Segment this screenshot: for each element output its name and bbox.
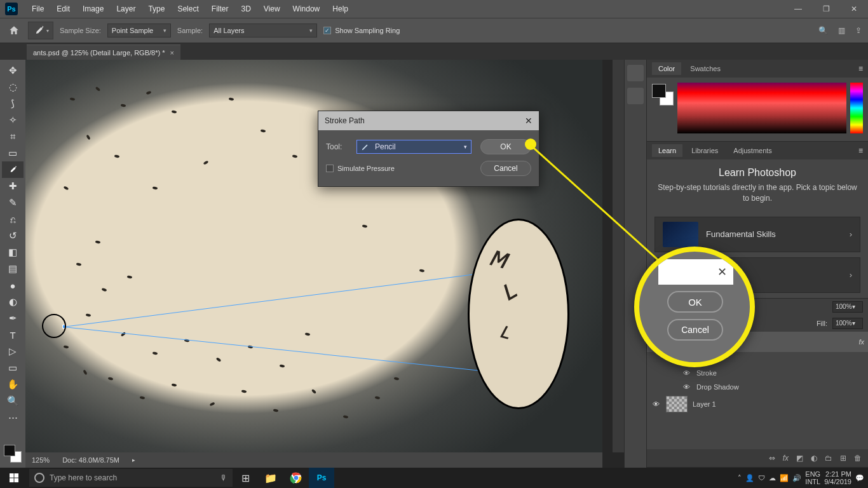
- lasso-tool-icon[interactable]: ⟆: [2, 95, 24, 112]
- panel-menu-icon[interactable]: ≡: [858, 64, 863, 73]
- pen-tool-icon[interactable]: ✒: [2, 310, 24, 327]
- mic-icon[interactable]: 🎙: [220, 473, 227, 482]
- layer-effect-drop-shadow[interactable]: 👁 Drop Shadow: [647, 380, 868, 394]
- brush-tool-icon[interactable]: ✎: [2, 194, 24, 211]
- sample-size-dropdown[interactable]: Point Sample▾: [107, 24, 171, 37]
- zoom-level[interactable]: 125%: [32, 456, 50, 464]
- dodge-tool-icon[interactable]: ◐: [2, 294, 24, 310]
- spot-heal-tool-icon[interactable]: ✚: [2, 178, 24, 194]
- workspace-icon[interactable]: ▥: [838, 26, 845, 35]
- tab-libraries[interactable]: Libraries: [685, 144, 724, 157]
- menu-edit[interactable]: Edit: [50, 4, 76, 13]
- quick-select-tool-icon[interactable]: ✧: [2, 112, 24, 128]
- menu-3d[interactable]: 3D: [234, 4, 257, 13]
- menu-type[interactable]: Type: [142, 4, 171, 13]
- menu-image[interactable]: Image: [76, 4, 110, 13]
- tray-cloud-icon[interactable]: ☁: [769, 474, 776, 482]
- visibility-toggle-icon[interactable]: 👁: [651, 400, 661, 408]
- ok-button[interactable]: OK: [480, 139, 531, 154]
- tray-security-icon[interactable]: 🛡: [758, 474, 765, 482]
- delete-layer-icon[interactable]: 🗑: [854, 454, 862, 463]
- tab-color[interactable]: Color: [652, 62, 681, 75]
- group-icon[interactable]: 🗀: [825, 454, 832, 463]
- tray-up-icon[interactable]: ˄: [738, 474, 742, 482]
- opacity-field[interactable]: 100% ▾: [832, 301, 863, 313]
- move-tool-icon[interactable]: ✥: [2, 62, 24, 79]
- menu-view[interactable]: View: [257, 4, 287, 13]
- layer-style-icon[interactable]: fx: [783, 454, 789, 463]
- start-button[interactable]: [0, 468, 28, 488]
- photoshop-taskbar-icon[interactable]: Ps: [309, 468, 334, 488]
- panel-menu-icon[interactable]: ≡: [858, 146, 863, 155]
- chrome-icon[interactable]: [283, 468, 309, 488]
- dialog-titlebar[interactable]: Stroke Path ✕: [318, 111, 539, 130]
- layer-row-layer1[interactable]: 👁 Layer 1: [647, 394, 868, 414]
- tab-adjustments[interactable]: Adjustments: [727, 144, 778, 157]
- search-icon[interactable]: 🔍: [818, 26, 828, 35]
- gradient-tool-icon[interactable]: ▤: [2, 261, 24, 277]
- history-brush-tool-icon[interactable]: ↺: [2, 227, 24, 244]
- status-chevron-icon[interactable]: ▸: [132, 457, 135, 463]
- frame-tool-icon[interactable]: ▭: [2, 145, 24, 161]
- menu-select[interactable]: Select: [171, 4, 205, 13]
- tray-notifications-icon[interactable]: 💬: [855, 474, 864, 482]
- tab-learn[interactable]: Learn: [652, 144, 682, 157]
- color-swatch[interactable]: [4, 445, 22, 463]
- eyedropper-tool-icon[interactable]: [2, 161, 24, 178]
- show-sampling-ring-checkbox[interactable]: ✓Show Sampling Ring: [323, 27, 400, 34]
- tray-clock[interactable]: 2:21 PM9/4/2019: [824, 470, 851, 485]
- collapsed-panel-icon[interactable]: [627, 65, 644, 81]
- clone-stamp-tool-icon[interactable]: ⎌: [2, 211, 24, 227]
- window-restore-icon[interactable]: ❐: [812, 0, 840, 18]
- menu-file[interactable]: File: [25, 4, 50, 13]
- color-fg-bg-swatch[interactable]: [652, 84, 674, 105]
- tool-dropdown[interactable]: Pencil ▾: [356, 140, 471, 154]
- menu-filter[interactable]: Filter: [205, 4, 235, 13]
- tray-sound-icon[interactable]: 🔊: [792, 474, 801, 482]
- menu-layer[interactable]: Layer: [110, 4, 142, 13]
- tray-network-icon[interactable]: 📶: [780, 474, 789, 482]
- vertical-scrollbar[interactable]: [613, 60, 624, 452]
- close-tab-icon[interactable]: ×: [170, 49, 173, 57]
- menu-help[interactable]: Help: [326, 4, 355, 13]
- layer-mask-icon[interactable]: ◩: [796, 454, 803, 463]
- home-icon[interactable]: [6, 23, 22, 38]
- adjustment-layer-icon[interactable]: ◐: [811, 454, 817, 463]
- share-icon[interactable]: ⇪: [855, 26, 862, 35]
- collapsed-panel-icon[interactable]: [627, 88, 644, 104]
- current-tool-eyedropper-icon[interactable]: ▾: [28, 22, 53, 39]
- layer-effect-stroke[interactable]: 👁 Stroke: [647, 366, 868, 380]
- dialog-close-icon[interactable]: ✕: [525, 116, 532, 126]
- blur-tool-icon[interactable]: ●: [2, 277, 24, 294]
- color-ramp[interactable]: [677, 83, 846, 133]
- window-minimize-icon[interactable]: —: [784, 0, 812, 18]
- window-close-icon[interactable]: ✕: [840, 0, 868, 18]
- crop-tool-icon[interactable]: ⌗: [2, 128, 24, 145]
- visibility-toggle-icon[interactable]: 👁: [681, 369, 691, 377]
- document-tab[interactable]: ants.psd @ 125% (Detail Large, RGB/8*) *…: [27, 44, 180, 60]
- edit-toolbar-icon[interactable]: ⋯: [2, 409, 24, 426]
- cancel-button[interactable]: Cancel: [480, 161, 531, 176]
- fill-field[interactable]: 100% ▾: [832, 318, 863, 329]
- type-tool-icon[interactable]: T: [2, 327, 24, 343]
- tray-people-icon[interactable]: 👤: [745, 474, 754, 482]
- new-layer-icon[interactable]: ⊞: [840, 454, 846, 463]
- marquee-tool-icon[interactable]: ◌: [2, 79, 24, 95]
- task-view-icon[interactable]: ⊞: [233, 468, 258, 488]
- eraser-tool-icon[interactable]: ◧: [2, 244, 24, 261]
- menu-window[interactable]: Window: [287, 4, 327, 13]
- sample-dropdown[interactable]: All Layers▾: [209, 24, 317, 37]
- simulate-pressure-checkbox[interactable]: Simulate Pressure: [326, 165, 471, 172]
- hand-tool-icon[interactable]: ✋: [2, 376, 24, 393]
- tray-language[interactable]: ENGINTL: [805, 470, 820, 485]
- layer-fx-badge[interactable]: fx: [858, 338, 864, 346]
- file-explorer-icon[interactable]: 📁: [258, 468, 283, 488]
- rectangle-tool-icon[interactable]: ▭: [2, 360, 24, 376]
- hue-strip[interactable]: [850, 83, 863, 133]
- tab-swatches[interactable]: Swatches: [684, 62, 727, 75]
- taskbar-search[interactable]: Type here to search 🎙: [29, 469, 233, 487]
- visibility-toggle-icon[interactable]: 👁: [681, 383, 691, 391]
- link-layers-icon[interactable]: ⇔: [769, 454, 775, 463]
- zoom-tool-icon[interactable]: 🔍: [2, 393, 24, 409]
- path-select-tool-icon[interactable]: ▷: [2, 343, 24, 360]
